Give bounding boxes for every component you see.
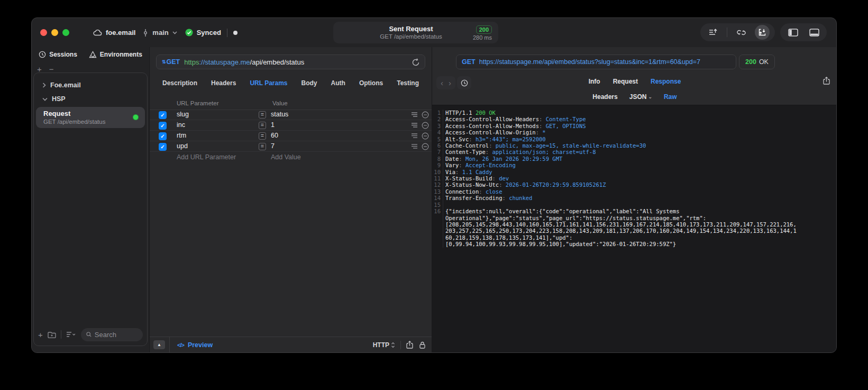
subtab-label: Headers bbox=[592, 93, 617, 101]
param-name-field[interactable]: upd bbox=[177, 142, 188, 150]
toggle-bottom-panel-icon[interactable] bbox=[807, 25, 821, 40]
code-segment: : bbox=[492, 175, 499, 182]
response-line: 14Transfer-Encoding: chunked bbox=[432, 195, 837, 201]
tab-response[interactable]: Response bbox=[651, 78, 681, 85]
tab-description[interactable]: Description bbox=[162, 79, 197, 87]
line-number: 14 bbox=[432, 195, 443, 201]
sort-list-icon[interactable] bbox=[706, 25, 720, 40]
sync-status[interactable]: Synced bbox=[197, 29, 221, 37]
subtab-json[interactable]: JSON⌄ bbox=[629, 93, 652, 101]
tab-body[interactable]: Body bbox=[301, 79, 317, 87]
toolbar-group-requests bbox=[700, 23, 775, 41]
param-value-field[interactable]: 60 bbox=[271, 132, 278, 139]
toggle-left-panel-icon[interactable] bbox=[785, 25, 800, 40]
code-segment: 1.1 Caddy bbox=[462, 169, 492, 175]
protocol-selector[interactable]: HTTP bbox=[373, 341, 395, 349]
subtab-headers[interactable]: Headers bbox=[592, 93, 617, 101]
param-name-field[interactable]: slug bbox=[177, 111, 189, 118]
code-segment: Via bbox=[445, 169, 455, 175]
row-options-icon[interactable] bbox=[411, 112, 418, 117]
request-url-bar[interactable]: ⇅ GET https://statuspage.me/api/embed/st… bbox=[156, 55, 425, 69]
equals-icon: = bbox=[259, 132, 266, 140]
param-value-field[interactable]: status bbox=[271, 111, 288, 118]
line-number: 9 bbox=[432, 162, 443, 168]
line-number: 16 bbox=[432, 208, 443, 214]
param-name-field[interactable]: inc bbox=[177, 121, 185, 129]
method-selector[interactable]: ⇅ GET bbox=[162, 58, 180, 66]
response-line: 16{"incidents":null,"overall":{"code":"o… bbox=[432, 208, 837, 214]
export-response-icon[interactable] bbox=[823, 77, 830, 85]
code-segment: close bbox=[486, 188, 502, 195]
subtab-raw[interactable]: Raw bbox=[664, 93, 677, 101]
branch-name[interactable]: main bbox=[152, 29, 168, 37]
param-checkbox[interactable]: ✓ bbox=[159, 122, 167, 130]
response-line: 4Access-Control-Allow-Origin: * bbox=[432, 129, 837, 135]
sent-request-url[interactable]: GET https://statuspage.me/api/embed/stat… bbox=[456, 55, 736, 69]
code-segment: chunked bbox=[509, 195, 532, 201]
tree-item-hsp[interactable]: HSP bbox=[34, 92, 147, 106]
line-number bbox=[432, 234, 443, 241]
params-table: ✓slug=status✓inc=1✓rtm=60✓upd=7Add URL P… bbox=[150, 110, 432, 162]
lock-icon[interactable] bbox=[419, 341, 425, 349]
tab-environments[interactable]: Environments bbox=[89, 51, 142, 58]
share-request-icon[interactable] bbox=[406, 341, 413, 349]
filter-list-icon[interactable] bbox=[66, 331, 76, 338]
synced-check-icon bbox=[185, 29, 193, 37]
loop-sync-icon[interactable] bbox=[734, 25, 748, 40]
response-line: 2Access-Control-Allow-Headers: Content-T… bbox=[432, 116, 837, 122]
chevron-down-icon: ⌄ bbox=[648, 94, 652, 99]
response-pane: GET https://statuspage.me/api/embed/stat… bbox=[432, 47, 837, 352]
code-segment: : bbox=[489, 142, 496, 149]
tab-testing[interactable]: Testing bbox=[397, 79, 419, 87]
traffic-lights bbox=[40, 29, 69, 36]
add-param-name-placeholder[interactable]: Add URL Parameter bbox=[177, 153, 236, 161]
branch-chevron-down-icon[interactable] bbox=[172, 31, 177, 34]
response-status-code: 200 bbox=[745, 58, 756, 66]
minimize-window-button[interactable] bbox=[51, 29, 58, 36]
param-checkbox[interactable]: ✓ bbox=[159, 111, 167, 119]
tab-info[interactable]: Info bbox=[589, 78, 600, 85]
zoom-window-button[interactable] bbox=[62, 29, 69, 36]
param-value-field[interactable]: 1 bbox=[271, 121, 275, 129]
remove-row-icon[interactable] bbox=[422, 122, 429, 129]
line-number: 13 bbox=[432, 188, 443, 195]
titlebar: foe.email main Synced Sent Request GET / bbox=[32, 18, 836, 47]
tab-url-params[interactable]: URL Params bbox=[250, 79, 287, 87]
new-folder-icon[interactable] bbox=[48, 331, 56, 338]
code-segment: : bbox=[499, 182, 506, 188]
request-title-pill[interactable]: Sent Request GET /api/embed/status 200 2… bbox=[333, 22, 498, 43]
remove-row-icon[interactable] bbox=[422, 143, 429, 150]
editor-bottom-bar: ▲ </> Preview HTTP bbox=[150, 337, 432, 352]
preview-button[interactable]: </> Preview bbox=[177, 341, 213, 349]
remove-row-icon[interactable] bbox=[422, 111, 429, 119]
remove-row-icon[interactable] bbox=[422, 132, 429, 140]
add-param-value-placeholder[interactable]: Add Value bbox=[271, 153, 301, 161]
request-url-text[interactable]: https://statuspage.me/api/embed/status bbox=[184, 58, 304, 66]
send-receive-icon[interactable] bbox=[755, 25, 770, 40]
tab-options[interactable]: Options bbox=[359, 79, 383, 87]
tab-headers[interactable]: Headers bbox=[211, 79, 236, 87]
line-number: 8 bbox=[432, 156, 443, 162]
resend-request-icon[interactable] bbox=[412, 58, 419, 66]
row-options-icon[interactable] bbox=[411, 122, 418, 128]
param-name-field[interactable]: rtm bbox=[177, 132, 186, 139]
param-checkbox[interactable]: ✓ bbox=[159, 143, 167, 151]
code-segment: X-Status-Now-Utc bbox=[445, 182, 499, 188]
expand-panel-button[interactable]: ▲ bbox=[153, 340, 165, 349]
tree-item-foe-email[interactable]: Foe.email bbox=[34, 78, 147, 92]
tab-sessions[interactable]: Sessions bbox=[39, 51, 77, 58]
row-options-icon[interactable] bbox=[411, 143, 418, 149]
add-request-button[interactable]: + bbox=[38, 330, 43, 339]
param-checkbox[interactable]: ✓ bbox=[159, 132, 167, 140]
close-window-button[interactable] bbox=[40, 29, 47, 36]
row-options-icon[interactable] bbox=[411, 133, 418, 139]
response-line: 60,218,159,138,178,135,173,141],"upd": bbox=[432, 234, 837, 241]
workspace-name[interactable]: foe.email bbox=[106, 29, 135, 37]
param-value-field[interactable]: 7 bbox=[271, 142, 275, 150]
request-list-item[interactable]: Request GET /api/embed/status bbox=[36, 107, 145, 128]
tab-auth[interactable]: Auth bbox=[331, 79, 345, 87]
tab-request[interactable]: Request bbox=[613, 78, 638, 85]
code-segment: Transfer-Encoding bbox=[445, 195, 502, 201]
search-input[interactable] bbox=[95, 331, 138, 339]
line-number: 7 bbox=[432, 149, 443, 155]
